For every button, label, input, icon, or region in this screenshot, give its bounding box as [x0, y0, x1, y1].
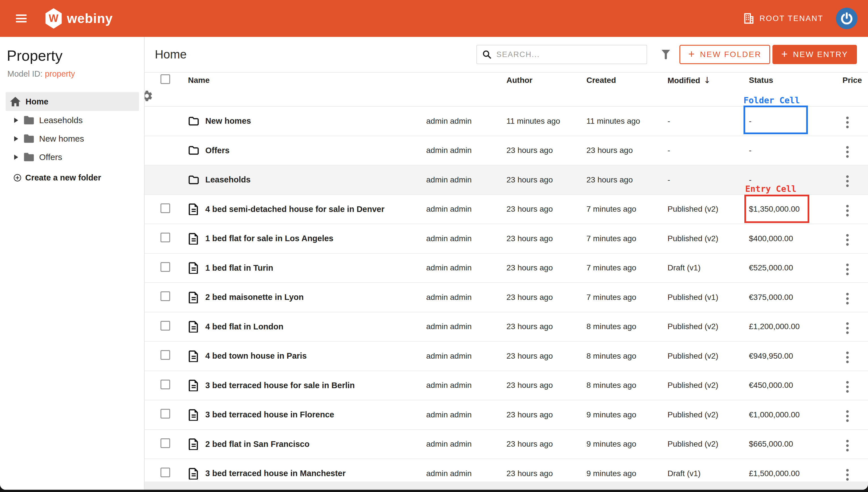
kebab-menu-icon[interactable]	[844, 438, 850, 453]
row-checkbox[interactable]	[160, 438, 170, 448]
document-icon	[188, 321, 205, 333]
row-checkbox[interactable]	[160, 321, 170, 330]
sidebar-item-offers[interactable]: Offers	[0, 148, 144, 166]
row-checkbox[interactable]	[160, 203, 170, 213]
search-box[interactable]	[476, 45, 647, 64]
sidebar-item-home[interactable]: Home	[6, 92, 139, 111]
row-name[interactable]: Leaseholds	[205, 175, 426, 184]
row-author: admin admin	[426, 234, 506, 243]
sidebar-item-leaseholds[interactable]: Leaseholds	[0, 111, 144, 129]
column-header-modified[interactable]: Modified↓	[667, 75, 749, 85]
document-icon	[188, 291, 205, 303]
circle-plus-icon	[14, 174, 21, 181]
kebab-menu-icon[interactable]	[844, 409, 850, 424]
row-status: Published (v2)	[667, 351, 749, 361]
row-modified: 8 minutes ago	[586, 381, 667, 390]
row-price: -	[749, 175, 842, 184]
table-row-entry[interactable]: 3 bed terraced house in Florenceadmin ad…	[144, 400, 868, 430]
row-checkbox[interactable]	[160, 350, 170, 360]
row-name[interactable]: 1 bed flat in Turin	[205, 263, 426, 273]
row-checkbox[interactable]	[160, 262, 170, 272]
row-author: admin admin	[426, 263, 506, 272]
webiny-wordmark: webiny	[67, 11, 113, 26]
table-row-entry[interactable]: 3 bed terraced house in Manchesteradmin …	[144, 459, 868, 482]
row-price: £1,200,000.00	[749, 322, 842, 331]
kebab-menu-icon[interactable]	[844, 321, 850, 336]
new-entry-button[interactable]: + NEW ENTRY	[772, 45, 857, 64]
column-header-name[interactable]: Name	[188, 76, 426, 85]
row-author: admin admin	[426, 175, 506, 184]
tenant-selector[interactable]: ROOT TENANT	[743, 13, 823, 24]
table-row-entry[interactable]: 1 bed flat in Turinadmin admin23 hours a…	[144, 254, 868, 283]
row-checkbox[interactable]	[160, 409, 170, 419]
row-author: admin admin	[426, 440, 506, 449]
search-input[interactable]	[496, 50, 632, 59]
kebab-menu-icon[interactable]	[844, 174, 850, 189]
column-header-price[interactable]: Price	[842, 76, 868, 85]
new-folder-button[interactable]: + NEW FOLDER	[679, 45, 770, 64]
row-checkbox[interactable]	[160, 468, 170, 477]
sidebar-item-new-homes[interactable]: New homes	[0, 129, 144, 148]
table-row-entry[interactable]: 4 bed town house in Parisadmin admin23 h…	[144, 342, 868, 371]
folder-icon	[188, 174, 205, 186]
row-name[interactable]: New homes	[205, 116, 426, 126]
row-name[interactable]: 1 bed flat for sale in Los Angeles	[205, 234, 426, 243]
table-row-entry[interactable]: 2 bed flat in San Franciscoadmin admin23…	[144, 430, 868, 459]
row-author: admin admin	[426, 469, 506, 478]
sidebar: Property Model ID: property Home L	[0, 37, 144, 490]
row-name[interactable]: Offers	[205, 146, 426, 155]
model-id-label: Model ID:	[7, 69, 43, 78]
row-price: $400,000.00	[749, 234, 842, 243]
row-created: 23 hours ago	[506, 263, 586, 272]
create-new-folder-button[interactable]: Create a new folder	[0, 169, 144, 187]
row-checkbox[interactable]	[160, 233, 170, 242]
row-checkbox[interactable]	[160, 379, 170, 389]
expand-arrow-icon[interactable]	[14, 118, 18, 123]
row-name[interactable]: 4 bed semi-detached house for sale in De…	[205, 204, 426, 214]
hamburger-menu-icon[interactable]	[16, 15, 27, 22]
table-row-entry[interactable]: 4 bed flat in Londonadmin admin23 hours …	[144, 312, 868, 342]
row-name[interactable]: 4 bed flat in London	[205, 322, 426, 331]
kebab-menu-icon[interactable]	[844, 203, 850, 218]
user-avatar[interactable]	[836, 8, 858, 29]
row-status: Published (v2)	[667, 381, 749, 390]
table-row-entry[interactable]: 2 bed maisonette in Lyonadmin admin23 ho…	[144, 283, 868, 312]
table-row-folder[interactable]: Offersadmin admin23 hours ago23 hours ag…	[144, 136, 868, 166]
row-price: €949,950.00	[749, 351, 842, 361]
row-author: admin admin	[426, 322, 506, 331]
kebab-menu-icon[interactable]	[844, 262, 850, 277]
expand-arrow-icon[interactable]	[14, 155, 18, 160]
row-name[interactable]: 3 bed terraced house in Florence	[205, 410, 426, 419]
row-name[interactable]: 4 bed town house in Paris	[205, 351, 426, 361]
sort-desc-icon[interactable]: ↓	[704, 75, 711, 85]
row-checkbox[interactable]	[160, 291, 170, 301]
column-settings-gear-icon[interactable]	[144, 89, 153, 102]
row-author: admin admin	[426, 204, 506, 214]
table-row-entry[interactable]: 1 bed flat for sale in Los Angelesadmin …	[144, 224, 868, 254]
row-modified: 9 minutes ago	[586, 440, 667, 449]
row-status: Draft (v1)	[667, 263, 749, 272]
expand-arrow-icon[interactable]	[14, 136, 18, 141]
filter-icon[interactable]	[661, 49, 671, 60]
kebab-menu-icon[interactable]	[844, 232, 850, 247]
kebab-menu-icon[interactable]	[844, 291, 850, 306]
kebab-menu-icon[interactable]	[844, 350, 850, 365]
select-all-checkbox[interactable]	[160, 74, 170, 84]
kebab-menu-icon[interactable]	[844, 379, 850, 394]
row-name[interactable]: 3 bed terraced house for sale in Berlin	[205, 381, 426, 390]
home-icon	[10, 96, 21, 107]
kebab-menu-icon[interactable]	[844, 467, 850, 482]
column-header-created[interactable]: Created	[586, 76, 667, 85]
row-price: €525,000.00	[749, 263, 842, 272]
model-id-value[interactable]: property	[45, 69, 75, 78]
create-folder-label: Create a new folder	[25, 173, 101, 182]
new-entry-label: NEW ENTRY	[793, 50, 848, 59]
table-row-entry[interactable]: 3 bed terraced house for sale in Berlina…	[144, 371, 868, 401]
kebab-menu-icon[interactable]	[844, 144, 850, 159]
row-name[interactable]: 3 bed terraced house in Manchester	[205, 469, 426, 478]
kebab-menu-icon[interactable]	[844, 115, 850, 130]
column-header-status[interactable]: Status	[749, 76, 842, 85]
column-header-author[interactable]: Author	[506, 76, 586, 85]
row-name[interactable]: 2 bed flat in San Francisco	[205, 440, 426, 449]
row-name[interactable]: 2 bed maisonette in Lyon	[205, 293, 426, 302]
